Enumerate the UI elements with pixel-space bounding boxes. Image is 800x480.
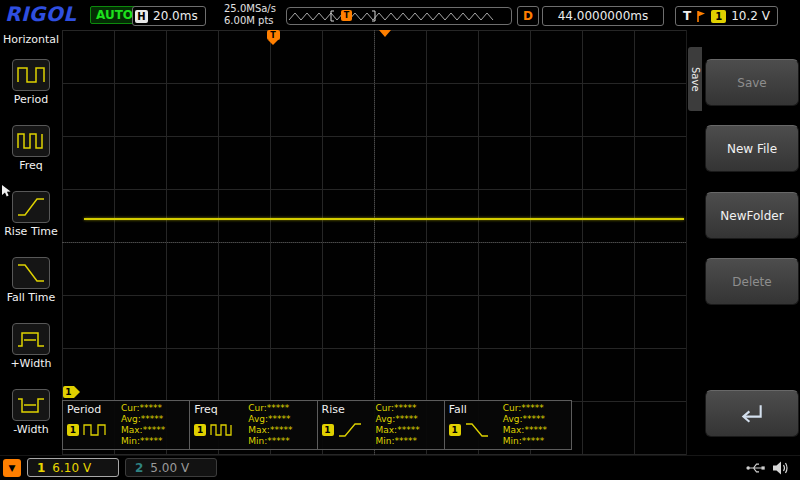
- ch1-marker-label: 1: [63, 386, 74, 398]
- stat-cur: Cur:*****: [121, 403, 187, 414]
- stat-max: Max:*****: [503, 425, 569, 436]
- fall-time-icon: [12, 257, 50, 289]
- trigger-position-label: T: [267, 30, 280, 40]
- ch1-trace: [84, 218, 684, 220]
- stat-max: Max:*****: [248, 425, 314, 436]
- stat-min: Min:*****: [376, 436, 442, 447]
- measurement-box-rise: Rise 1 Cur:***** Avg:***** Max:***** Min…: [317, 400, 445, 450]
- menu-item-plus-width[interactable]: +Width: [0, 323, 62, 370]
- menu-item-label: +Width: [10, 357, 51, 370]
- horizontal-icon: H: [135, 10, 148, 23]
- rise-time-icon: [12, 191, 50, 223]
- channel-badge: 1: [67, 424, 79, 436]
- trigger-flag-icon: [696, 10, 706, 23]
- menu-title: Horizontal: [0, 30, 62, 46]
- freq-glyph-icon: [209, 421, 235, 439]
- ch1-marker-pointer-icon: [74, 386, 80, 398]
- ch2-status-box[interactable]: 2 5.00 V: [125, 458, 217, 477]
- stat-cur: Cur:*****: [248, 403, 314, 414]
- measurement-box-fall: Fall 1 Cur:***** Avg:***** Max:***** Min…: [444, 400, 572, 450]
- memory-depth: 6.00M pts: [224, 15, 276, 27]
- menu-item-label: Rise Time: [4, 225, 58, 238]
- timebase-value: 20.0ms: [153, 9, 198, 23]
- menu-item-label: Period: [14, 93, 48, 106]
- measurement-box-period: Period 1 Cur:***** Avg:***** Max:***** M…: [62, 400, 190, 450]
- acquisition-info: 25.0MSa/s 6.00M pts: [224, 3, 276, 27]
- new-folder-button[interactable]: NewFolder: [705, 192, 799, 239]
- delete-button[interactable]: Delete: [705, 258, 799, 305]
- measurement-name: Freq: [194, 403, 246, 416]
- trigger-label: T: [683, 9, 691, 23]
- stat-min: Min:*****: [503, 436, 569, 447]
- stat-avg: Avg:*****: [503, 414, 569, 425]
- fall-glyph-icon: [464, 421, 490, 439]
- ch2-scale-value: 5.00 V: [150, 461, 189, 475]
- minus-width-icon: [12, 389, 50, 421]
- save-button[interactable]: Save: [705, 59, 799, 106]
- delay-marker-icon: [379, 30, 391, 37]
- delay-value: 44.0000000ms: [542, 6, 664, 26]
- delay-label: D: [517, 6, 539, 26]
- return-arrow-icon: [732, 401, 772, 427]
- period-glyph-icon: [82, 421, 108, 439]
- waveform-preview-icon: [287, 9, 509, 23]
- return-button[interactable]: [705, 390, 799, 437]
- bottom-bar: ▼ 1 6.10 V 2 5.00 V: [0, 455, 800, 480]
- trigger-position-marker: T: [266, 30, 280, 45]
- measurement-name: Rise: [322, 403, 374, 416]
- menu-item-rise-time[interactable]: Rise Time: [0, 191, 62, 238]
- speaker-icon: [772, 460, 790, 476]
- strip-trigger-marker: T: [341, 10, 352, 21]
- sample-rate: 25.0MSa/s: [224, 3, 276, 15]
- ch2-label: 2: [135, 461, 143, 475]
- menu-tab-save: Save: [688, 47, 702, 111]
- center-gridline-vertical: [374, 30, 375, 455]
- stat-max: Max:*****: [121, 425, 187, 436]
- menu-item-minus-width[interactable]: -Width: [0, 389, 62, 436]
- menu-items: Period Freq Rise Time: [0, 46, 62, 455]
- stat-max: Max:*****: [376, 425, 442, 436]
- menu-item-label: Fall Time: [7, 291, 56, 304]
- trigger-level-value: 10.2 V: [731, 9, 770, 23]
- new-file-button[interactable]: New File: [705, 125, 799, 172]
- stat-avg: Avg:*****: [376, 414, 442, 425]
- horizontal-measure-menu: Horizontal Period Freq: [0, 30, 62, 455]
- menu-item-label: Freq: [19, 159, 43, 172]
- top-bar: RIGOL AUTO H 20.0ms 25.0MSa/s 6.00M pts …: [0, 0, 800, 31]
- ch1-status-box[interactable]: 1 6.10 V: [27, 458, 119, 477]
- stat-avg: Avg:*****: [248, 414, 314, 425]
- stat-cur: Cur:*****: [376, 403, 442, 414]
- trigger-position-pointer-icon: [268, 40, 278, 45]
- measurement-name: Period: [67, 403, 119, 416]
- delay-group: D 44.0000000ms: [517, 6, 664, 26]
- save-menu: Save Save New File NewFolder Delete: [686, 30, 800, 455]
- menu-item-fall-time[interactable]: Fall Time: [0, 257, 62, 304]
- menu-item-period[interactable]: Period: [0, 59, 62, 106]
- menu-item-freq[interactable]: Freq: [0, 125, 62, 172]
- menu-item-label: -Width: [13, 423, 48, 436]
- usb-icon: [746, 461, 766, 475]
- cursor-icon: [2, 185, 12, 197]
- ch1-label: 1: [37, 461, 45, 475]
- stat-cur: Cur:*****: [503, 403, 569, 414]
- stat-avg: Avg:*****: [121, 414, 187, 425]
- ch1-ground-marker: 1: [63, 386, 80, 398]
- graticule: T: [62, 30, 686, 455]
- rise-glyph-icon: [337, 421, 363, 439]
- measurement-box-freq: Freq 1 Cur:***** Avg:***** Max:***** Min…: [189, 400, 317, 450]
- ch1-scale-value: 6.10 V: [52, 461, 91, 475]
- plus-width-icon: [12, 323, 50, 355]
- stat-min: Min:*****: [121, 436, 187, 447]
- timebase-group: H 20.0ms: [132, 6, 206, 26]
- menu-page-down-icon[interactable]: ▼: [3, 459, 21, 477]
- stat-min: Min:*****: [248, 436, 314, 447]
- freq-icon: [12, 125, 50, 157]
- trigger-channel-badge: 1: [711, 10, 726, 23]
- rigol-logo: RIGOL: [5, 2, 77, 26]
- measurement-name: Fall: [449, 403, 501, 416]
- measurement-overlay: Period 1 Cur:***** Avg:***** Max:***** M…: [62, 400, 572, 450]
- oscilloscope-screen: RIGOL AUTO H 20.0ms 25.0MSa/s 6.00M pts …: [0, 0, 800, 480]
- waveform-position-strip: T: [286, 7, 512, 25]
- trigger-group: T 1 10.2 V: [675, 6, 778, 26]
- channel-badge: 1: [449, 424, 461, 436]
